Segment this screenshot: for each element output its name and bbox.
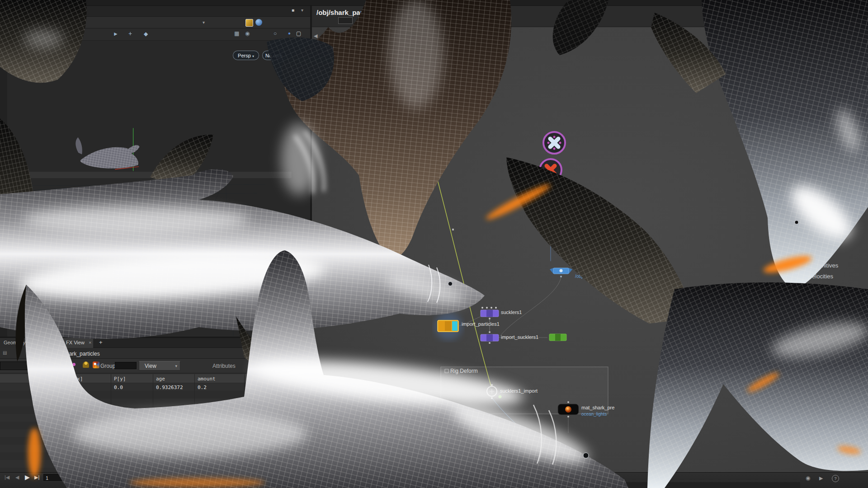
view-chevron-icon: ▾ xyxy=(175,364,177,368)
playbar-help-icon[interactable]: ? xyxy=(832,475,839,482)
camera-badge-label: No cam xyxy=(265,53,283,58)
column-separator xyxy=(244,374,245,472)
merge-node-ref[interactable]: /obj/ocean_surface/OUT xyxy=(575,274,624,279)
jump-end-icon[interactable]: ▶| xyxy=(34,475,39,480)
display-box-icon[interactable]: ▢ xyxy=(296,31,301,36)
cell-px[interactable]: 0.0 xyxy=(71,385,80,390)
param-label-primitives: Primitives xyxy=(813,262,838,269)
column-separator xyxy=(194,374,195,472)
cell-age[interactable]: 0.9326372 xyxy=(156,385,183,390)
param-label-velocities: Show Velocities xyxy=(792,273,833,280)
display-dot-icon[interactable]: ● xyxy=(288,31,291,36)
node-selector-combo[interactable]: ▾ xyxy=(0,361,47,370)
pink-dot-icon[interactable] xyxy=(72,363,75,366)
tab-motion-fx-view-label: Motion FX View xyxy=(50,340,85,345)
col-header-age[interactable]: age xyxy=(156,376,165,382)
column-separator xyxy=(111,374,111,472)
mat-node-ref[interactable]: ocean_lights xyxy=(581,412,607,417)
tab-geometry-spreadsheet[interactable]: Geometry Spreadsheet xyxy=(0,338,44,348)
spreadsheet-pane: Geometry Spreadsheet Motion FX View × + … xyxy=(0,338,310,472)
group-input[interactable] xyxy=(115,362,137,369)
scene-path-entry[interactable]: shark_particles xyxy=(46,20,83,26)
tab-scene-view[interactable]: View ▾ xyxy=(0,6,24,17)
cell-obj[interactable]: 1.0 xyxy=(248,385,257,390)
path-dropdown-icon[interactable]: ▾ xyxy=(203,20,205,25)
jump-start-icon[interactable]: |◀ xyxy=(5,475,9,480)
window-top-strip xyxy=(0,0,868,6)
spreadsheet-rows xyxy=(0,383,310,472)
col-header-amount[interactable]: amount xyxy=(198,376,216,382)
playbar-target-icon[interactable]: ◉ xyxy=(806,475,810,481)
select-tool-icon[interactable]: ► xyxy=(113,31,118,37)
toolbar-play-icon[interactable]: ▶ xyxy=(265,363,269,368)
material-sphere-icon[interactable] xyxy=(255,19,262,26)
column-separator xyxy=(153,374,153,472)
linked-pane-icon[interactable]: ▤ xyxy=(3,351,7,355)
viewport-toolbar xyxy=(0,28,310,41)
col-header-px[interactable]: P[x] xyxy=(71,376,83,382)
cell-amount[interactable]: 0.2 xyxy=(198,385,207,390)
view-dropdown-button[interactable]: View ▾ xyxy=(139,361,180,371)
add-tab-button[interactable]: + xyxy=(29,8,33,14)
col-header-obj[interactable]: Obj[0] xyxy=(248,376,266,382)
scene-view-tabbar xyxy=(0,6,310,17)
network-labels: merge_ocean_surface /obj/ocean_surface/O… xyxy=(312,6,868,472)
move-tool-icon[interactable]: + xyxy=(128,30,132,37)
rotate-tool-icon[interactable]: ◆ xyxy=(144,31,148,37)
help-glyph: ? xyxy=(280,363,283,368)
merge-node-label[interactable]: merge_ocean_surface xyxy=(575,267,624,272)
add-tab-button-bottom[interactable]: + xyxy=(99,339,103,345)
playbar xyxy=(0,472,868,488)
current-frame-value: 1 xyxy=(46,475,48,481)
rig-deform-box-title[interactable]: Rig Deform xyxy=(450,368,478,374)
houdini-node-icon xyxy=(37,19,44,26)
person-icon[interactable] xyxy=(83,361,89,368)
persp-badge-label: Persp xyxy=(238,53,251,58)
snap-grid-icon[interactable]: ▦ xyxy=(234,31,239,36)
tab-motion-fx-view[interactable]: Motion FX View xyxy=(46,338,93,348)
scene-shark-model[interactable] xyxy=(75,137,139,169)
houdini-node-icon-bottom xyxy=(53,350,60,357)
viewport-grid xyxy=(19,179,265,337)
persp-chevron-icon: ▾ xyxy=(252,54,254,58)
pane-menu-chevron-icon[interactable]: ▾ xyxy=(301,8,303,13)
persp-badge[interactable]: Persp ▾ xyxy=(233,51,259,60)
combo-chevron-icon: ▾ xyxy=(42,364,45,368)
sucklers-bottom-label[interactable]: import_sucklers1 xyxy=(501,334,538,340)
spreadsheet-path-entry[interactable]: shark_particles xyxy=(63,351,100,357)
param-label-trigger: Trigger Location xyxy=(771,297,813,304)
houdini-window: View ▾ + ■ ▾ ▤ shark_particles ▾ ► + ◆ ▦… xyxy=(0,0,868,488)
particles-node-label[interactable]: import_particles1 xyxy=(462,321,500,327)
tab-geometry-spreadsheet-label: Geometry Spreadsheet xyxy=(4,340,44,345)
viewport-scene xyxy=(0,41,310,337)
help-icon[interactable]: ? xyxy=(277,361,285,369)
current-frame-field[interactable]: 1 xyxy=(43,474,64,481)
viewport-left-toolbar xyxy=(0,41,7,337)
cell-py[interactable]: 0.0 xyxy=(114,385,123,390)
sort-icon[interactable]: ↕ xyxy=(45,350,48,355)
pin-icon[interactable]: ▤ xyxy=(24,20,28,24)
attributes-label: Attributes xyxy=(212,363,236,369)
render-view-icon[interactable] xyxy=(245,19,253,27)
col-header-py[interactable]: P[y] xyxy=(114,376,126,382)
tab-scene-view-label: View xyxy=(4,8,14,14)
target-icon[interactable]: ◉ xyxy=(245,31,250,36)
parameter-pane-title: Geometry xyxy=(676,44,731,58)
pane-maximize-icon[interactable]: ■ xyxy=(292,8,294,13)
mat-node-label[interactable]: mat_shark_pre xyxy=(581,405,614,410)
tab-close-icon[interactable]: × xyxy=(89,340,91,345)
playbar-play-options-icon[interactable]: ▶ xyxy=(819,476,823,481)
horizon-band xyxy=(19,172,291,178)
sucklers-top-label[interactable]: sucklers1 xyxy=(501,310,522,315)
framed-yellow-icon[interactable] xyxy=(62,361,70,369)
step-back-icon[interactable]: ◀ xyxy=(15,475,19,480)
sucklers-import-label[interactable]: sucklers1_import xyxy=(500,388,538,394)
houdini-toolbar-icon[interactable] xyxy=(93,361,99,368)
play-button[interactable]: ▶ xyxy=(25,474,30,480)
view-dropdown-label: View xyxy=(145,363,156,369)
search-icon[interactable]: ○ xyxy=(274,31,277,36)
chevron-down-icon: ▾ xyxy=(16,8,19,14)
camera-badge[interactable]: No cam xyxy=(262,51,286,60)
timeline-strip[interactable] xyxy=(68,482,800,488)
column-separator xyxy=(68,374,68,472)
